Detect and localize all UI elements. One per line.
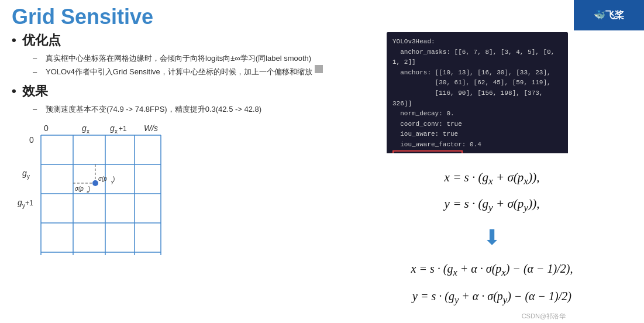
svg-text:): ) <box>113 176 115 182</box>
code-line-9: iou_aware_factor: 0.4 <box>392 140 562 150</box>
sub-dash-2: – <box>33 65 41 78</box>
svg-text:): ) <box>88 185 90 192</box>
watermark: CSDN@祁洛华 <box>522 312 566 321</box>
sub-item-2-1: – 预测速度基本不变(74.9 -> 74.8FPS)，精度提升0.3(42.5… <box>33 102 339 116</box>
svg-text:W/s: W/s <box>144 123 158 133</box>
bullet-dot-2: • <box>12 84 16 99</box>
svg-text:+1: +1 <box>119 125 127 133</box>
code-line-2: anchor_masks: [[6, 7, 8], [3, 4, 5], [0,… <box>392 47 562 68</box>
math-formulas-area: x = s · (gx + σ(px)), y = s · (gy + σ(py… <box>340 153 644 323</box>
gray-rect <box>315 65 323 73</box>
logo-text: 🐳飞桨 <box>594 9 624 22</box>
logo-area: 🐳飞桨 <box>574 0 644 30</box>
bullet-2-subitems: – 预测速度基本不变(74.9 -> 74.8FPS)，精度提升0.3(42.5… <box>12 102 339 116</box>
formula-group-1: x = s · (gx + σ(px)), y = s · (gy + σ(py… <box>445 165 540 218</box>
code-line-7: coord_conv: true <box>392 119 562 130</box>
svg-text:σ(p: σ(p <box>75 185 84 192</box>
formula-2-line2: y = s · (gy + α · σ(py) − (α − 1)/2) <box>411 283 573 311</box>
bullet-dot-1: • <box>12 33 16 48</box>
grid-diagram: 0 g x g x +1 W/s 0 g y g y +1 <box>12 121 175 261</box>
bullet-1-subitems: – 真实框中心坐标落在网格边缘时，会倾向于向将logits向±∞学习(同labe… <box>12 51 339 79</box>
code-line-4: [30, 61], [62, 45], [59, 119], <box>392 78 562 88</box>
formula-1-line2: y = s · (gy + σ(py)), <box>445 191 540 218</box>
bullet-1-heading: • 优化点 <box>12 32 339 49</box>
svg-text:g: g <box>18 198 22 207</box>
code-line-6: norm_decay: 0. <box>392 109 562 119</box>
bullet-1-label: 优化点 <box>22 32 61 49</box>
sub-item-1-1-text: 真实框中心坐标落在网格边缘时，会倾向于向将logits向±∞学习(同label … <box>46 51 311 65</box>
code-line-8: iou_aware: true <box>392 129 562 140</box>
left-column: • 优化点 – 真实框中心坐标落在网格边缘时，会倾向于向将logits向±∞学习… <box>12 32 345 323</box>
sub-dash-1: – <box>33 51 41 65</box>
svg-text:+1: +1 <box>25 199 33 207</box>
svg-text:g: g <box>110 123 115 133</box>
code-line-5: [116, 90], [156, 198], [373, 326]] <box>392 88 562 109</box>
code-line-3: anchors: [[10, 13], [16, 30], [33, 23], <box>392 68 562 78</box>
sub-item-1-1: – 真实框中心坐标落在网格边缘时，会倾向于向将logits向±∞学习(同labe… <box>33 51 339 65</box>
formula-group-2: x = s · (gx + α · σ(px) − (α − 1)/2), y … <box>411 256 573 311</box>
sub-item-1-2: – YOLOv4作者中引入Grid Sensitive，计算中心坐标的时候，加上… <box>33 65 339 78</box>
svg-text:g: g <box>22 169 27 178</box>
sub-item-1-2-text: YOLOv4作者中引入Grid Sensitive，计算中心坐标的时候，加上一个… <box>46 65 312 78</box>
svg-text:σ(p: σ(p <box>98 176 107 182</box>
code-line-1: YOLOv3Head: <box>392 37 562 47</box>
grid-svg: 0 g x g x +1 W/s 0 g y g y +1 <box>12 121 175 264</box>
sub-dash-3: – <box>33 102 41 116</box>
svg-text:0: 0 <box>29 135 34 145</box>
bullet-2-label: 效果 <box>22 83 48 100</box>
svg-text:g: g <box>82 123 87 133</box>
formula-2-line1: x = s · (gx + α · σ(px) − (α − 1)/2), <box>411 256 573 284</box>
svg-text:y: y <box>27 173 30 180</box>
bullet-section-2: • 效果 – 预测速度基本不变(74.9 -> 74.8FPS)，精度提升0.3… <box>12 83 339 116</box>
bullet-section-1: • 优化点 – 真实框中心坐标落在网格边缘时，会倾向于向将logits向±∞学习… <box>12 32 339 79</box>
svg-point-25 <box>92 180 98 186</box>
bullet-2-heading: • 效果 <box>12 83 339 100</box>
svg-text:0: 0 <box>44 123 49 133</box>
formula-1-line1: x = s · (gx + σ(px)), <box>445 165 540 191</box>
svg-text:x: x <box>87 128 89 135</box>
sub-item-2-1-text: 预测速度基本不变(74.9 -> 74.8FPS)，精度提升0.3(42.5 -… <box>46 102 261 116</box>
page-title: Grid Sensitive <box>0 0 644 32</box>
arrow-down-icon: ⬇ <box>483 225 501 250</box>
svg-text:x: x <box>115 128 118 135</box>
